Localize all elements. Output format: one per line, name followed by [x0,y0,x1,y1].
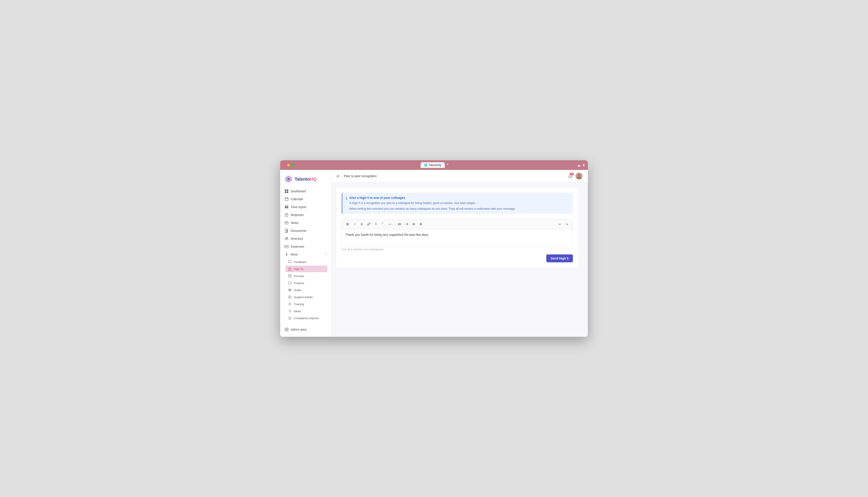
news-icon [285,221,289,225]
bold-button[interactable]: B [345,221,351,227]
sidebar-item-high5s[interactable]: High 5s [286,266,328,272]
svg-point-30 [286,255,287,256]
more-chevron-icon: ▾ [325,253,327,256]
breadcrumb-current: Peer to peer recognition [344,174,377,178]
sidebar-item-projects[interactable]: Projects [286,280,328,286]
sidebar-label-expenses: Expenses [291,245,304,248]
card-footer: Send High 5 [342,254,573,262]
svg-rect-15 [285,213,288,216]
sidebar-item-calendar[interactable]: Calendar [282,195,329,203]
sidebar-item-expenses[interactable]: Expenses [282,243,329,250]
sidebar-label-high5s: High 5s [294,267,303,271]
sidebar-item-training[interactable]: Training [286,301,328,307]
sidebar-label-admin: Admin area [291,328,306,331]
breadcrumb-home-icon[interactable]: ⊞ [336,174,339,178]
sidebar-item-more[interactable]: More ▾ [282,251,329,258]
sidebar-label-directory: Directory [291,237,303,240]
new-tab-button[interactable]: + [445,162,451,168]
code-button[interactable]: <> [387,221,393,227]
user-avatar[interactable] [576,172,582,180]
info-desc2: When writing the comment you can mention… [349,207,515,211]
svg-rect-5 [287,189,288,191]
sidebar-item-documents[interactable]: Documents [282,227,329,235]
svg-point-28 [286,253,287,254]
sidebar-item-admin[interactable]: Admin area [282,326,329,333]
page-content: ℹ Give a High 5 to one of your colleages… [331,182,588,337]
link-button[interactable] [366,221,372,227]
italic-button[interactable]: I [352,221,358,227]
bullet-list-button[interactable] [397,221,403,227]
dashboard-icon [285,189,289,193]
sidebar-label-surveys: Surveys [294,274,304,278]
training-icon [288,302,292,306]
indent-button[interactable] [418,221,424,227]
browser-tab[interactable]: 🌐 TalentoHQ [421,162,445,168]
sidebar-label-documents: Documents [291,229,306,232]
info-title: Give a High 5 to one of your colleages [349,196,515,200]
sidebar-item-directory[interactable]: Directory [282,235,329,242]
svg-point-49 [290,318,290,319]
sub-nav: Feedback High 5s Surveys [282,259,329,322]
sidebar-item-news[interactable]: News [282,219,329,227]
undo-button[interactable]: ↩ [557,221,563,227]
editor-hint: Use @ to mention your colleague(s) [342,248,573,251]
notification-button[interactable]: 10 [568,174,573,179]
svg-rect-18 [285,222,288,224]
close-button[interactable] [283,164,286,166]
outdent-button[interactable] [411,221,417,227]
svg-point-43 [289,310,291,312]
info-icon: ℹ [346,196,347,211]
svg-point-24 [286,238,287,239]
requests-icon [285,213,289,217]
minimize-button[interactable] [287,164,290,166]
admin-icon [285,328,289,331]
sidebar-item-goals[interactable]: Goals [286,287,328,293]
sidebar-label-ideas: Ideas [294,310,301,313]
svg-rect-7 [287,191,288,193]
recognition-card: ℹ Give a High 5 to one of your colleages… [336,188,578,268]
svg-text:3.: 3. [405,224,406,225]
sidebar-item-surveys[interactable]: Surveys [286,273,328,279]
sidebar-nav: Dashboard Calendar Time report [280,187,331,333]
sidebar-label-feedback: Feedback [294,260,306,264]
sidebar-item-requests[interactable]: Requests [282,211,329,219]
send-high5-button[interactable]: Send High 5 [546,254,573,262]
sidebar-label-projects: Projects [294,281,304,285]
svg-rect-4 [285,189,286,191]
sidebar-label-goals: Goals [294,288,301,292]
sidebar-item-dashboard[interactable]: Dashboard [282,187,329,195]
sidebar-label-complaints: Complaints channel [294,316,319,320]
toolbar-divider1 [395,222,395,226]
sidebar-item-feedback[interactable]: Feedback [286,259,328,265]
svg-marker-35 [288,281,291,284]
cloud-icon: ☁ [577,163,581,167]
sidebar-label-support-tickets: Support tickets [294,296,313,299]
surveys-icon [288,274,292,278]
sidebar-label-dashboard: Dashboard [291,189,306,193]
blockquote-button[interactable]: " [380,221,386,227]
editor-area[interactable]: Thank you Sarah for being very supportiv… [342,229,573,246]
svg-point-54 [578,174,580,176]
goals-icon [288,288,292,292]
documents-icon [285,229,289,233]
sidebar-item-complaints[interactable]: Complaints channel [286,315,328,322]
complaints-icon [288,316,292,320]
svg-point-58 [398,223,399,224]
notification-badge: 10 [570,173,574,175]
sidebar-label-training: Training [294,302,304,306]
feedback-icon [288,260,292,264]
clear-format-button[interactable]: T̶ [373,221,379,227]
strikethrough-button[interactable]: S [359,221,365,227]
calendar-icon [285,197,289,201]
sidebar-item-ideas[interactable]: Ideas [286,308,328,314]
svg-rect-26 [285,245,288,248]
maximize-button[interactable] [292,164,294,166]
support-tickets-icon [288,295,292,299]
info-box: ℹ Give a High 5 to one of your colleages… [342,193,573,214]
sidebar-item-time-report[interactable]: Time report [282,203,329,211]
redo-button[interactable]: ↪ [564,221,570,227]
ordered-list-button[interactable]: 1.2.3. [404,221,410,227]
editor-toolbar: B I S T̶ " <> 1.2. [342,219,573,229]
sidebar-item-support-tickets[interactable]: Support tickets [286,294,328,300]
top-bar: ⊞ › Peer to peer recognition 10 [331,170,588,182]
